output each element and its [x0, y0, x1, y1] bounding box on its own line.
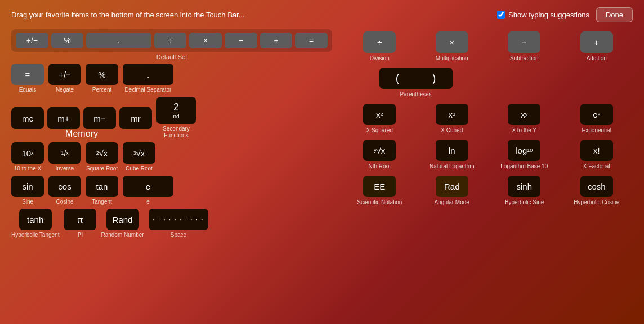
percent-btn[interactable]: % [86, 64, 118, 85]
nthroot-label: Nth Root [369, 163, 391, 170]
tanh-btn[interactable]: tanh [19, 209, 52, 230]
sinh-btn[interactable]: sinh [508, 176, 540, 197]
multiplication-label: Multiplication [436, 55, 468, 62]
addition-label: Addition [587, 55, 607, 62]
sin-btn[interactable]: sin [11, 176, 44, 197]
naturallog-label: Natural Logarithm [430, 163, 474, 170]
rand-btn[interactable]: Rand [106, 209, 139, 230]
inverse-label: Inverse [56, 165, 74, 172]
default-set-label: Default Set [11, 53, 332, 60]
e-btn[interactable]: e [123, 176, 173, 197]
ds-negate-btn[interactable]: +/− [16, 33, 48, 48]
sqroot-label: Square Root [86, 165, 118, 172]
memory-label: Memory [65, 129, 98, 139]
secondary-label: SecondaryFunctions [163, 125, 190, 139]
equals-item: = Equals [11, 64, 44, 93]
cosh-item: cosh Hyperbolic Cosine [561, 173, 633, 209]
cuberoot-item: 3√x Cube Root [123, 142, 155, 172]
ds-multiply-btn[interactable]: × [189, 33, 222, 48]
angularmode-label: Angular Mode [435, 199, 469, 206]
log10-btn[interactable]: log10 [508, 140, 540, 161]
row-roots: 10x 10 to the X 1/x Inverse 2√x Square R… [11, 142, 332, 172]
angularmode-btn[interactable]: Rad [436, 176, 468, 197]
addition-item: + Addition [561, 29, 633, 65]
mplus-btn[interactable]: m+ [47, 107, 80, 129]
exponential-btn[interactable]: ex [580, 104, 613, 125]
secondary-btn[interactable]: 2nd [156, 97, 196, 124]
tenx-label: 10 to the X [14, 165, 41, 172]
sin-label: Sine [22, 199, 33, 205]
factorial-label: X Factorial [583, 163, 610, 170]
ds-divide-btn[interactable]: ÷ [154, 33, 187, 48]
subtraction-btn[interactable]: − [508, 32, 540, 53]
mr-btn[interactable]: mr [119, 107, 152, 129]
log10-item: log10 Logarithm Base 10 [488, 137, 561, 173]
percent-label: Percent [92, 87, 111, 93]
scinotation-btn[interactable]: EE [363, 176, 396, 197]
sqroot-btn[interactable]: 2√x [86, 142, 118, 164]
xtoy-btn[interactable]: xy [508, 104, 540, 125]
tenx-item: 10x 10 to the X [11, 142, 44, 172]
negate-label: Negate [56, 87, 74, 93]
nthroot-btn[interactable]: y√x [363, 140, 396, 161]
secondary-item: 2nd SecondaryFunctions [156, 97, 196, 139]
factorial-item: x! X Factorial [561, 137, 633, 173]
nthroot-item: y√x Nth Root [343, 137, 416, 173]
show-typing-checkbox[interactable] [497, 11, 505, 19]
parentheses-btn[interactable]: ( ) [379, 68, 453, 89]
row-extra: tanh Hyperbolic Tangent π Pi Rand Random… [11, 209, 332, 238]
cosh-btn[interactable]: cosh [580, 176, 613, 197]
multiplication-item: × Multiplication [416, 29, 489, 65]
cos-btn[interactable]: cos [48, 176, 81, 197]
naturallog-btn[interactable]: ln [436, 140, 468, 161]
pi-item: π Pi [64, 209, 96, 238]
ds-percent-btn[interactable]: % [51, 33, 84, 48]
sinh-item: sinh Hyperbolic Sine [488, 173, 561, 209]
division-item: ÷ Division [343, 29, 416, 65]
xtoy-item: xy X to the Y [488, 101, 561, 137]
rand-label: Random Number [101, 232, 144, 238]
pi-btn[interactable]: π [64, 209, 96, 230]
done-button[interactable]: Done [596, 7, 633, 22]
e-label: e [146, 199, 150, 205]
xsquared-item: x2 X Squared [343, 101, 416, 137]
exponential-item: ex Exponential [561, 101, 633, 137]
memory-buttons: mc m+ m− mr [11, 107, 152, 129]
division-btn[interactable]: ÷ [363, 32, 396, 53]
equals-btn[interactable]: = [11, 64, 44, 85]
mminus-btn[interactable]: m− [83, 107, 116, 129]
sinh-label: Hyperbolic Sine [504, 199, 544, 206]
inverse-btn[interactable]: 1/x [48, 142, 81, 164]
space-btn[interactable]: · · · · · · · · · · [149, 209, 209, 230]
tenx-btn[interactable]: 10x [11, 142, 44, 164]
ds-decimal-btn[interactable]: . [86, 33, 151, 48]
scinotation-label: Scientific Notation [357, 199, 402, 206]
cuberoot-btn[interactable]: 3√x [123, 142, 155, 164]
equals-label: Equals [19, 87, 37, 93]
decimal-btn[interactable]: . [123, 64, 173, 85]
empty-2 [561, 65, 633, 101]
ds-add-btn[interactable]: + [260, 33, 293, 48]
header-title: Drag your favorite items to the bottom o… [11, 11, 245, 19]
subtraction-label: Subtraction [510, 55, 539, 62]
ds-equals-btn[interactable]: = [295, 33, 328, 48]
close-paren-btn[interactable]: ) [416, 68, 453, 89]
open-paren-btn[interactable]: ( [379, 68, 416, 89]
tan-btn[interactable]: tan [86, 176, 118, 197]
xcubed-btn[interactable]: x3 [436, 104, 468, 125]
cuberoot-label: Cube Root [126, 165, 153, 172]
xcubed-item: x3 X Cubed [416, 101, 489, 137]
tan-label: Tangent [92, 199, 112, 205]
pi-label: Pi [78, 232, 83, 238]
xsquared-label: X Squared [366, 127, 393, 134]
cos-label: Cosine [56, 199, 73, 205]
addition-btn[interactable]: + [580, 32, 613, 53]
show-typing-label[interactable]: Show typing suggestions [497, 11, 589, 19]
factorial-btn[interactable]: x! [580, 140, 613, 161]
ds-subtract-btn[interactable]: − [225, 33, 257, 48]
multiplication-btn[interactable]: × [436, 32, 468, 53]
mc-btn[interactable]: mc [11, 107, 44, 129]
angularmode-item: Rad Angular Mode [416, 173, 489, 209]
negate-btn[interactable]: +/− [48, 64, 81, 85]
xsquared-btn[interactable]: x2 [363, 104, 396, 125]
